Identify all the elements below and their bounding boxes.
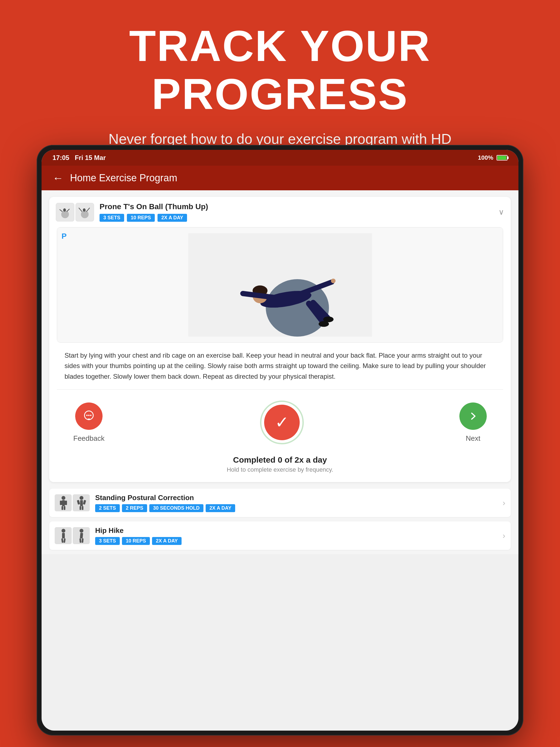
video-watermark: P [61, 232, 67, 241]
list-thumb-svg-1b [73, 495, 90, 511]
next-label: Next [466, 434, 480, 443]
device-mockup: 17:05 Fri 15 Mar 100% ← Home Exercise Pr… [36, 145, 524, 736]
completed-title: Completed 0 of 2x a day [73, 455, 487, 465]
status-right: 100% [478, 154, 508, 161]
svg-line-7 [86, 208, 90, 212]
svg-rect-26 [62, 500, 65, 506]
list-tag-reps-1: 2 REPS [122, 504, 147, 512]
completed-subtitle: Hold to complete exercise by frequency. [73, 466, 487, 473]
list-tags-1: 2 SETS 2 REPS 30 SECONDS HOLD 2X A DAY [95, 504, 497, 512]
battery-text: 100% [478, 154, 493, 161]
exercise-info: Prone T's On Ball (Thumb Up) 3 SETS 10 R… [100, 202, 493, 222]
exercise-card: Prone T's On Ball (Thumb Up) 3 SETS 10 R… [49, 197, 511, 482]
device-screen: 17:05 Fri 15 Mar 100% ← Home Exercise Pr… [42, 150, 518, 730]
list-thumb-svg-2a [55, 527, 72, 544]
back-button[interactable]: ← [52, 172, 63, 184]
svg-point-44 [80, 529, 83, 533]
svg-line-6 [79, 208, 82, 212]
feedback-icon [82, 409, 96, 423]
content-area: Prone T's On Ball (Thumb Up) 3 SETS 10 R… [42, 190, 518, 554]
list-thumb-svg-2b [73, 527, 90, 544]
list-exercise-info-2: Hip Hike 3 SETS 10 REPS 2X A DAY [95, 526, 497, 545]
svg-point-0 [61, 210, 69, 218]
exercise-header: Prone T's On Ball (Thumb Up) 3 SETS 10 R… [49, 197, 511, 227]
svg-point-22 [88, 414, 90, 416]
svg-rect-36 [80, 506, 81, 510]
tag-sets: 3 SETS [100, 214, 124, 222]
battery-icon [497, 155, 508, 160]
time-display: 17:05 [52, 154, 69, 162]
svg-point-5 [83, 208, 85, 212]
svg-point-19 [323, 317, 334, 323]
feedback-circle [75, 403, 103, 430]
svg-point-15 [331, 279, 335, 283]
video-area: P [57, 228, 503, 342]
list-tag-freq-1: 2X A DAY [206, 504, 235, 512]
svg-rect-28 [65, 500, 67, 505]
list-tag-sets-1: 2 SETS [95, 504, 120, 512]
exercise-thumbnails [56, 203, 94, 222]
svg-point-25 [61, 496, 65, 500]
app-header: ← Home Exercise Program [42, 166, 518, 190]
complete-circle-outer: ✓ [260, 401, 304, 444]
feedback-label: Feedback [73, 434, 104, 443]
exercise-svg [80, 233, 481, 337]
list-chevron-1: › [503, 498, 505, 508]
thumb-1 [56, 203, 74, 222]
list-item-1[interactable]: Standing Postural Correction 2 SETS 2 RE… [49, 489, 511, 517]
thumb-svg-1 [57, 204, 73, 221]
list-exercise-info-1: Standing Postural Correction 2 SETS 2 RE… [95, 493, 497, 512]
list-thumb-2a [55, 527, 72, 544]
list-thumb-2b [73, 527, 90, 544]
svg-point-32 [80, 496, 83, 500]
more-exercises: Standing Postural Correction 2 SETS 2 RE… [42, 489, 518, 550]
exercise-name: Prone T's On Ball (Thumb Up) [100, 202, 493, 211]
tag-reps: 10 REPS [127, 214, 155, 222]
list-item-2[interactable]: Hip Hike 3 SETS 10 REPS 2X A DAY › [49, 521, 511, 550]
date-display: Fri 15 Mar [75, 154, 105, 162]
exercise-tags: 3 SETS 10 REPS 2X A DAY [100, 214, 493, 222]
svg-rect-27 [60, 500, 62, 505]
list-tag-hold-1: 30 SECONDS HOLD [149, 504, 203, 512]
list-thumb-1a [55, 494, 72, 511]
status-bar: 17:05 Fri 15 Mar 100% [42, 150, 518, 166]
list-thumb-svg-1a [55, 495, 72, 511]
list-tags-2: 3 SETS 10 REPS 2X A DAY [95, 537, 497, 545]
svg-rect-29 [61, 506, 63, 510]
check-mark-icon: ✓ [275, 414, 289, 431]
svg-line-2 [59, 209, 62, 212]
action-section: Feedback ✓ [57, 390, 503, 455]
svg-rect-30 [64, 506, 65, 510]
svg-point-39 [61, 529, 65, 533]
thumb-2 [75, 203, 94, 222]
description-text: Start by lying with your chest and rib c… [57, 343, 503, 389]
list-exercise-name-2: Hip Hike [95, 526, 497, 535]
device-frame: 17:05 Fri 15 Mar 100% ← Home Exercise Pr… [36, 145, 524, 736]
completed-section: Completed 0 of 2x a day Hold to complete… [57, 455, 503, 482]
svg-point-23 [90, 414, 92, 416]
feedback-button[interactable]: Feedback [73, 403, 104, 443]
list-thumbnails-2 [55, 527, 90, 544]
thumb-svg-2 [77, 204, 93, 221]
list-thumbnails-1 [55, 494, 90, 511]
tag-frequency: 2X A DAY [157, 214, 187, 222]
list-tag-reps-2: 10 REPS [122, 537, 150, 545]
complete-circle-inner: ✓ [264, 405, 300, 440]
next-circle [459, 403, 487, 430]
expand-icon[interactable]: ∨ [499, 208, 504, 216]
svg-rect-37 [82, 506, 83, 510]
svg-rect-33 [80, 500, 83, 506]
svg-point-4 [81, 210, 88, 218]
next-button[interactable]: Next [459, 403, 487, 443]
complete-button[interactable]: ✓ [260, 401, 304, 444]
list-thumb-1b [73, 494, 90, 511]
list-chevron-2: › [503, 531, 505, 540]
list-tag-sets-2: 3 SETS [95, 537, 120, 545]
main-title: TRACK YOUR PROGRESS [27, 22, 533, 118]
svg-rect-45 [80, 533, 83, 539]
svg-point-1 [63, 208, 66, 212]
video-container[interactable]: P [57, 227, 503, 343]
svg-point-21 [86, 414, 88, 416]
list-exercise-name-1: Standing Postural Correction [95, 493, 497, 502]
svg-line-3 [67, 209, 70, 212]
